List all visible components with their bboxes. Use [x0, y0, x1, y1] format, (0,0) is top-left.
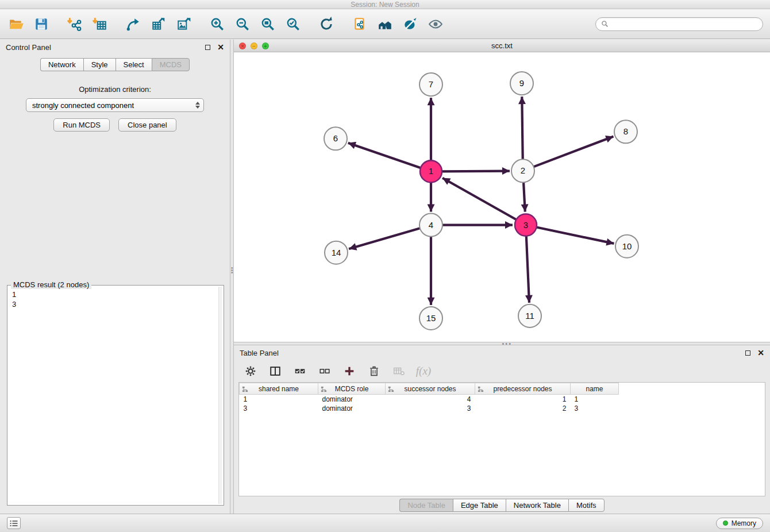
refresh-icon — [319, 17, 334, 32]
cell-mcds-role[interactable]: dominator — [318, 395, 386, 404]
control-panel-title: Control Panel — [6, 43, 51, 52]
zoom-out-icon — [235, 17, 250, 32]
layout-group — [317, 15, 336, 33]
close-panel-icon[interactable]: ✕ — [217, 44, 224, 50]
graph-node-label: 7 — [429, 79, 433, 89]
criterion-value: strongly connected component — [32, 101, 195, 110]
close-panel-icon[interactable]: ✕ — [757, 350, 764, 356]
graph-node-label: 9 — [519, 78, 524, 88]
graph-edge-4-14[interactable] — [349, 228, 421, 249]
home-button[interactable] — [376, 15, 394, 33]
zoom-in-button[interactable] — [208, 15, 226, 33]
open-session-button[interactable] — [7, 15, 25, 33]
mcds-result-line: 3 — [12, 299, 219, 309]
tab-network[interactable]: Network — [40, 58, 83, 71]
show-hide-button[interactable] — [426, 15, 445, 33]
import-table-button[interactable] — [91, 15, 109, 33]
column-header-successor-nodes[interactable]: successor nodes — [386, 383, 475, 395]
cell-predecessor-nodes[interactable]: 2 — [475, 404, 571, 413]
memory-button[interactable]: Memory — [716, 518, 763, 529]
cell-successor-nodes[interactable]: 3 — [386, 404, 475, 413]
float-panel-icon[interactable] — [205, 45, 210, 50]
create-column-button[interactable] — [342, 364, 357, 379]
mcds-result-title: MCDS result (2 nodes) — [11, 280, 91, 289]
window-titlebar: Session: New Session — [0, 0, 770, 9]
save-session-button[interactable] — [32, 15, 51, 33]
column-header-shared-name[interactable]: shared name — [240, 383, 318, 395]
tab-node-table[interactable]: Node Table — [399, 499, 453, 512]
table-header-row: shared name MCDS role successor nodes — [240, 383, 619, 395]
graph-edge-1-6[interactable] — [348, 143, 421, 168]
trash-icon — [368, 365, 380, 377]
export-network-button[interactable] — [124, 15, 143, 33]
graphics-toggle-button[interactable] — [401, 15, 419, 33]
result-scrollbar[interactable] — [218, 287, 222, 504]
search-input[interactable] — [611, 20, 757, 28]
zoom-fit-icon — [260, 17, 275, 32]
graph-node-label: 2 — [521, 165, 525, 175]
main-area: Control Panel ✕ Network Style Select MCD… — [0, 40, 770, 514]
zoom-fit-button[interactable] — [259, 15, 277, 33]
clone-network-button[interactable] — [351, 15, 369, 33]
close-panel-button[interactable]: Close panel — [118, 118, 176, 132]
graph-edge-1-2[interactable] — [442, 171, 510, 172]
float-panel-icon[interactable] — [745, 350, 750, 356]
tab-motifs[interactable]: Motifs — [568, 499, 605, 512]
select-arrows-icon — [195, 102, 200, 109]
control-panel-tabs: Network Style Select MCDS — [0, 58, 230, 71]
apply-layout-button[interactable] — [317, 15, 336, 33]
column-header-mcds-role[interactable]: MCDS role — [318, 383, 386, 395]
deselect-all-button[interactable] — [317, 364, 332, 379]
cell-shared-name[interactable]: 1 — [240, 395, 318, 404]
optimization-criterion-label: Optimization criterion: — [0, 85, 230, 94]
tab-edge-table[interactable]: Edge Table — [453, 499, 506, 512]
cell-shared-name[interactable]: 3 — [240, 404, 318, 413]
table-row[interactable]: 1 dominator 4 1 1 — [240, 395, 619, 404]
network-canvas[interactable]: 7968124314101511 — [234, 52, 770, 342]
maximize-window-icon[interactable]: + — [262, 43, 269, 49]
control-panel-header: Control Panel ✕ — [0, 40, 230, 55]
zoom-selected-button[interactable] — [284, 15, 302, 33]
cell-name[interactable]: 3 — [571, 404, 619, 413]
task-history-button[interactable] — [7, 517, 21, 529]
graph-edge-3-11[interactable] — [526, 236, 529, 303]
export-table-button[interactable] — [149, 15, 168, 33]
criterion-select[interactable]: strongly connected component — [26, 98, 204, 112]
graph-edge-2-3[interactable] — [523, 182, 525, 211]
run-mcds-button[interactable]: Run MCDS — [53, 118, 110, 132]
graph-edge-2-8[interactable] — [533, 136, 614, 167]
table-row[interactable]: 3 dominator 3 2 3 — [240, 404, 619, 413]
open-folder-icon — [9, 17, 24, 32]
app-window: Session: New Session — [0, 0, 770, 532]
graph-edge-3-1[interactable] — [442, 178, 516, 220]
tab-select[interactable]: Select — [116, 58, 152, 71]
cell-predecessor-nodes[interactable]: 1 — [475, 395, 571, 404]
table-panel-header: Table Panel ✕ — [234, 345, 770, 360]
close-window-icon[interactable]: × — [239, 43, 246, 49]
graph-edge-2-9[interactable] — [522, 97, 522, 160]
tab-network-table[interactable]: Network Table — [506, 499, 568, 512]
column-header-predecessor-nodes[interactable]: predecessor nodes — [475, 383, 571, 395]
graph-edge-3-10[interactable] — [537, 228, 614, 244]
export-image-button[interactable] — [175, 15, 193, 33]
delete-column-button[interactable] — [367, 364, 382, 379]
vertical-splitter[interactable]: ••• — [230, 40, 234, 514]
splitter-handle-icon: ••• — [231, 267, 233, 274]
column-tree-icon — [321, 386, 327, 392]
import-network-button[interactable] — [66, 15, 84, 33]
tab-style[interactable]: Style — [83, 58, 116, 71]
horizontal-splitter[interactable]: ••• — [234, 342, 770, 345]
minimize-window-icon[interactable]: − — [251, 43, 257, 49]
tab-mcds[interactable]: MCDS — [152, 58, 190, 71]
zoom-out-button[interactable] — [233, 15, 252, 33]
cell-mcds-role[interactable]: dominator — [318, 404, 386, 413]
cell-name[interactable]: 1 — [571, 395, 619, 404]
network-window-titlebar: scc.txt × − + — [234, 40, 770, 52]
show-columns-button[interactable] — [268, 364, 283, 379]
table-settings-button[interactable] — [243, 364, 258, 379]
select-all-button[interactable] — [292, 364, 307, 379]
column-header-name[interactable]: name — [571, 383, 619, 395]
search-box[interactable] — [595, 17, 763, 31]
delete-table-icon — [392, 365, 405, 377]
cell-successor-nodes[interactable]: 4 — [386, 395, 475, 404]
